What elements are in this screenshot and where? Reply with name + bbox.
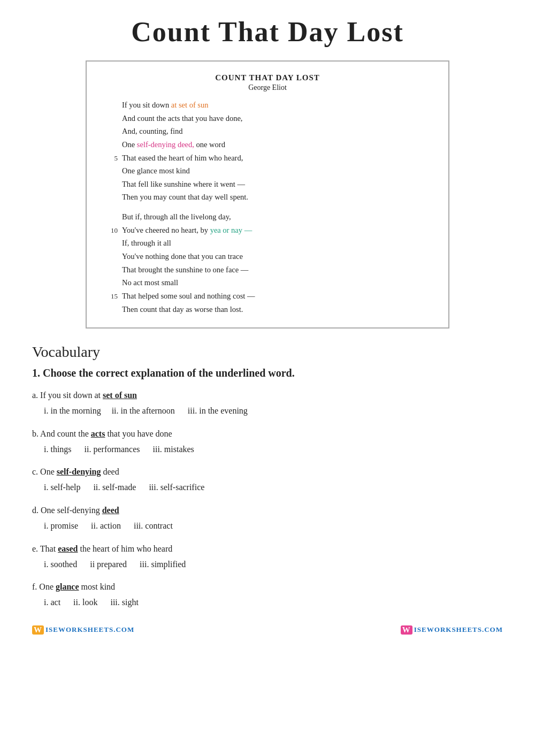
footer-w-left: W <box>32 625 44 635</box>
line-text: If you sit down at set of sun <box>122 98 432 112</box>
footer-w-right: W <box>401 625 412 635</box>
question-b-options: i. things ii. performances iii. mistakes <box>44 442 503 456</box>
question-e-label: e. That eased the heart of him who heard <box>32 543 503 555</box>
question-e: e. That eased the heart of him who heard… <box>32 543 503 571</box>
line-text: That fell like sunshine where it went — <box>122 178 432 191</box>
question-e-options: i. soothed ii prepared iii. simplified <box>44 558 503 571</box>
poem-line: Then you may count that day well spent. <box>103 190 432 204</box>
footer-left-text: ISEWORKSHEETS.COM <box>45 625 134 634</box>
line-text: No act most small <box>122 276 432 289</box>
footer: WISEWORKSHEETS.COM WISEWORKSHEETS.COM <box>32 625 503 635</box>
question-f: f. One glance most kind i. act ii. look … <box>32 581 503 609</box>
question-b-label: b. And count the acts that you have done <box>32 427 503 440</box>
line-text: If, through it all <box>122 236 432 250</box>
line-text: One glance most kind <box>122 164 432 178</box>
question-c-keyword: self-denying <box>57 467 101 476</box>
line-text: And count the acts that you have done, <box>122 112 432 125</box>
poem-line: One glance most kind <box>103 164 432 178</box>
line-text: That helped some soul and nothing cost — <box>122 289 432 303</box>
question-a-options: i. in the morning ii. in the afternoon i… <box>44 404 503 418</box>
footer-right: WISEWORKSHEETS.COM <box>401 625 503 635</box>
poem-spacer <box>103 204 432 210</box>
line-text: Then count that day as worse than lost. <box>122 303 432 316</box>
poem-lines: If you sit down at set of sun And count … <box>103 98 432 316</box>
page-title: Count That Day Lost <box>32 16 503 48</box>
poem-line: Then count that day as worse than lost. <box>103 303 432 316</box>
question-f-options: i. act ii. look iii. sight <box>44 595 503 609</box>
poem-line: If, through it all <box>103 236 432 250</box>
poem-line: And, counting, find <box>103 125 432 138</box>
question-b: b. And count the acts that you have done… <box>32 427 503 456</box>
question-c-label: c. One self-denying deed <box>32 465 503 478</box>
poem-line: 10 You've cheered no heart, by yea or na… <box>103 224 432 237</box>
vocab-heading: Vocabulary <box>32 343 503 361</box>
line-text: You've cheered no heart, by yea or nay — <box>122 224 432 237</box>
poem-line: But if, through all the livelong day, <box>103 210 432 224</box>
question-f-label: f. One glance most kind <box>32 581 503 593</box>
line-text: That brought the sunshine to one face — <box>122 263 432 277</box>
poem-box: COUNT THAT DAY LOST George Eliot If you … <box>86 60 449 329</box>
question-a: a. If you sit down at set of sun i. in t… <box>32 389 503 418</box>
question-d-label: d. One self-denying deed <box>32 504 503 517</box>
poem-line: That fell like sunshine where it went — <box>103 178 432 191</box>
line-number: 10 <box>103 225 118 236</box>
poem-line: If you sit down at set of sun <box>103 98 432 112</box>
poem-line: That brought the sunshine to one face — <box>103 263 432 277</box>
footer-left: WISEWORKSHEETS.COM <box>32 625 134 635</box>
question-d-options: i. promise ii. action iii. contract <box>44 519 503 533</box>
question-b-keyword: acts <box>91 429 105 438</box>
vocabulary-section: Vocabulary 1. Choose the correct explana… <box>32 343 503 609</box>
line-text: Then you may count that day well spent. <box>122 190 432 204</box>
question-d: d. One self-denying deed i. promise ii. … <box>32 504 503 533</box>
line-number: 5 <box>103 152 118 164</box>
poem-line: 5 That eased the heart of him who heard, <box>103 151 432 165</box>
poem-author: George Eliot <box>103 83 432 92</box>
highlight-teal: yea or nay — <box>210 226 253 234</box>
line-text: That eased the heart of him who heard, <box>122 151 432 165</box>
line-text: But if, through all the livelong day, <box>122 210 432 224</box>
line-text: You've nothing done that you can trace <box>122 250 432 263</box>
line-number: 15 <box>103 291 118 302</box>
question-d-keyword: deed <box>102 506 119 515</box>
highlight-pink: self-denying deed, <box>137 140 194 149</box>
question-a-keyword: set of sun <box>103 391 137 400</box>
line-text: And, counting, find <box>122 125 432 138</box>
question-f-keyword: glance <box>56 582 79 591</box>
line-text: One self-denying deed, one word <box>122 138 432 151</box>
footer-right-text: ISEWORKSHEETS.COM <box>414 625 503 634</box>
poem-line: No act most small <box>103 276 432 289</box>
poem-line: You've nothing done that you can trace <box>103 250 432 263</box>
question-a-label: a. If you sit down at set of sun <box>32 389 503 402</box>
question-heading: 1. Choose the correct explanation of the… <box>32 367 503 379</box>
question-e-keyword: eased <box>58 544 78 553</box>
poem-line: 15 That helped some soul and nothing cos… <box>103 289 432 303</box>
poem-line: One self-denying deed, one word <box>103 138 432 151</box>
highlight-orange: at set of sun <box>171 101 209 109</box>
question-c-options: i. self-help ii. self-made iii. self-sac… <box>44 480 503 494</box>
poem-line: And count the acts that you have done, <box>103 112 432 125</box>
poem-title: COUNT THAT DAY LOST <box>103 73 432 82</box>
question-c: c. One self-denying deed i. self-help ii… <box>32 465 503 494</box>
